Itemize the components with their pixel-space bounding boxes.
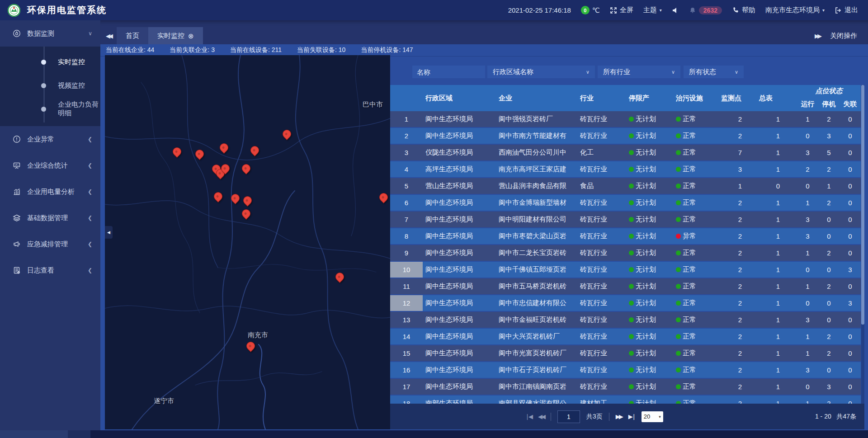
sidebar-subitem[interactable]: 实时监控 [0,50,100,74]
tabs-scroll-right-icon[interactable]: ▶▶ [809,27,826,44]
table-row[interactable]: 5营山生态环境局营山县润丰肉食品有限食品无计划正常10010 [390,178,861,194]
stop-limit-text: 无计划 [636,399,656,404]
cell-offline: 0 [840,128,861,144]
col-index [390,85,423,111]
sidebar-item-5[interactable]: 基础数据管理❮ [0,205,100,231]
cell-index: 1 [390,111,423,127]
table-row[interactable]: 9阆中生态环境局阆中市二龙长宝页岩砖砖瓦行业无计划正常21120 [390,245,861,261]
table-row[interactable]: 11阆中生态环境局阆中市五马桥页岩机砖砖瓦行业无计划正常21120 [390,278,861,294]
status-dot-icon [629,284,634,289]
table-row[interactable]: 1阆中生态环境局阆中强锐页岩砖厂砖瓦行业无计划正常21120 [390,111,861,127]
name-filter-field[interactable] [412,66,485,78]
next-page-button[interactable]: ▶▶ [616,413,622,420]
help-button[interactable]: 帮助 [732,6,755,14]
sidebar-item-2[interactable]: 企业异常❮ [0,126,100,152]
cell-region: 阆中生态环境局 [423,195,499,211]
cell-stop-limit: 无计划 [629,245,676,261]
first-page-button[interactable]: ❘◀ [525,413,532,420]
chevron-down-icon: ∨ [735,69,744,75]
divider [551,413,551,421]
cell-index: 4 [390,161,423,177]
table-row[interactable]: 2阆中生态环境局阆中市南方节能建材有砖瓦行业无计划正常21030 [390,128,861,144]
table-scrollbar[interactable] [861,85,864,404]
table-row[interactable]: 6阆中生态环境局阆中市金博瑞新型墙材砖瓦行业无计划正常21120 [390,195,861,211]
stop-limit-text: 无计划 [636,332,656,341]
tab-实时监控[interactable]: 实时监控⊗ [148,27,203,44]
sidebar-item-6[interactable]: 应急减排管理❮ [0,231,100,257]
table-row[interactable]: 16阆中生态环境局阆中市石子页岩机砖厂砖瓦行业无计划正常21300 [390,362,861,378]
status-dot-icon [629,167,634,172]
sidebar-subitem[interactable]: 视频监控 [0,74,100,97]
tabs-scroll-left-icon[interactable]: ◀◀ [100,27,117,44]
cell-offline: 0 [840,362,861,378]
cell-stop-limit: 无计划 [629,161,676,177]
sidebar-item-1[interactable]: 数据监测∨ [0,20,100,47]
cell-running: 3 [797,312,818,328]
fullscreen-icon [610,7,617,14]
scrollbar-thumb[interactable] [861,85,864,325]
tab-首页[interactable]: 首页 [117,27,148,44]
map-collapse-button[interactable]: ◀ [105,226,113,239]
cell-monitor-points: 1 [721,178,759,194]
mute-button[interactable] [672,7,679,14]
theme-menu[interactable]: 主题 ▾ [643,6,662,14]
cell-treatment: 正常 [676,161,721,177]
treatment-text: 正常 [683,115,696,123]
table-row[interactable]: 3仪陇生态环境局西南油气田分公司川中化工无计划正常71350 [390,145,861,160]
col-running: 运行 [797,97,818,111]
cell-treatment: 正常 [676,128,721,144]
table-row[interactable]: 17阆中生态环境局阆中市江南镇阆南页岩砖瓦行业无计划正常21030 [390,379,861,395]
table-row[interactable]: 7阆中生态环境局阆中明阳建材有限公司砖瓦行业无计划正常21300 [390,212,861,227]
sidebar-item-label: 数据监测 [27,29,54,38]
cell-offline: 0 [840,345,861,361]
cell-index: 3 [390,145,423,160]
sidebar-item-3[interactable]: 企业综合统计❮ [0,152,100,179]
cell-region: 阆中生态环境局 [423,212,499,227]
status-filter-select[interactable]: 所有状态 ∨ [684,66,744,78]
table-row[interactable]: 10阆中生态环境局阆中千佛镇五郎垭页岩砖瓦行业无计划正常21003 [390,262,861,278]
logout-button[interactable]: 退出 [835,6,858,14]
stop-limit-text: 无计划 [636,132,656,140]
status-dot-icon [629,317,634,322]
prev-page-button[interactable]: ◀◀ [538,413,544,420]
page-size-select[interactable]: 20 ▾ [642,411,663,422]
cell-total-meter: 1 [759,312,797,328]
sidebar-subitem[interactable]: 企业电力负荷明细 [0,97,100,121]
treatment-text: 正常 [683,399,696,404]
table-row[interactable]: 15阆中生态环境局阆中市光富页岩机砖厂砖瓦行业无计划正常21120 [390,345,861,361]
cell-stop-limit: 无计划 [629,262,676,278]
region-filter-select[interactable]: 行政区域名称 ∨ [487,66,595,78]
table-row[interactable]: 18南部生态环境局南部县双佛水泥有限公建材加工无计划正常21120 [390,396,861,404]
table-row[interactable]: 4高坪生态环境局南充市高坪区王家店建砖瓦行业无计划正常31220 [390,161,861,177]
right-panel: 行政区域名称 ∨ 所有行业 ∨ 所有状态 ∨ 行政区域 企业 行业 停限产 治污… [390,44,864,430]
stop-limit-text: 无计划 [636,316,656,324]
last-page-button[interactable]: ▶❘ [628,413,635,420]
cell-region: 阆中生态环境局 [423,345,499,361]
log-icon [13,266,21,274]
bullet-dot-icon [41,60,46,65]
tab-close-icon[interactable]: ⊗ [188,33,194,39]
treatment-text: 异常 [683,232,696,240]
fullscreen-button[interactable]: 全屏 [610,6,633,14]
close-operations-menu[interactable]: 关闭操作 [826,32,868,40]
table-row[interactable]: 14阆中生态环境局阆中大兴页岩机砖厂砖瓦行业无计划正常21120 [390,329,861,344]
theme-caret-icon: ▾ [660,8,662,13]
name-filter-input[interactable] [412,68,485,76]
sidebar-item-4[interactable]: 企业用电量分析❮ [0,179,100,205]
sidebar-item-7[interactable]: 日志查看❮ [0,257,100,283]
industry-filter-select[interactable]: 所有行业 ∨ [598,66,680,78]
stop-limit-text: 无计划 [636,115,656,123]
notifications[interactable]: 2632 [689,6,722,14]
cell-running: 1 [797,195,818,211]
table-row[interactable]: 13阆中生态环境局阆中市金福旺页岩机砖砖瓦行业无计划正常21300 [390,312,861,328]
org-menu[interactable]: 南充市生态环境局 ▾ [765,6,825,14]
table-row[interactable]: 8阆中生态环境局阆中市枣碧大梁山页岩砖瓦行业无计划异常21300 [390,228,861,244]
status-dot-icon [676,317,681,322]
table-row[interactable]: 12阆中生态环境局阆中市忠信建材有限公砖瓦行业无计划正常21003 [390,295,861,311]
page-number-input[interactable] [557,410,580,423]
cell-monitor-points: 2 [721,245,759,261]
cell-region: 阆中生态环境局 [423,128,499,144]
treatment-text: 正常 [683,132,696,140]
cell-index: 2 [390,128,423,144]
map-canvas[interactable]: 巴中市南充市遂宁市 ◀ [105,55,390,429]
